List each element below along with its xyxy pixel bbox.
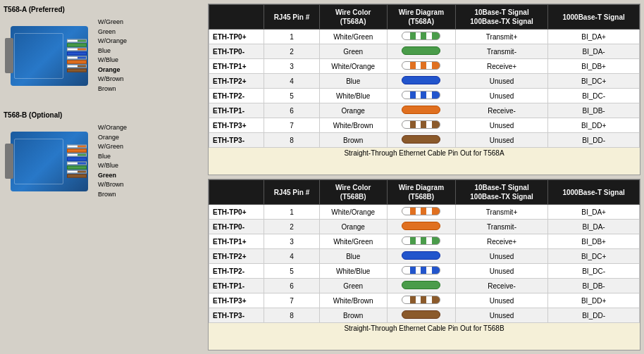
wire-diagram-white-orange (402, 61, 440, 70)
cell-pin: 6 (264, 279, 319, 293)
col-name-b (209, 180, 264, 205)
cell-signal1000: BI_DD+ (548, 293, 640, 308)
col-name-a (209, 5, 264, 30)
wire-slot-1 (67, 39, 87, 43)
cell-color: White/Brown (319, 118, 387, 133)
cell-diagram (387, 59, 455, 74)
wire-labels-b: W/Orange Orange W/Green Blue W/Blue Gree… (98, 123, 127, 199)
cable-section-b: T568-B (Optional) (4, 111, 204, 199)
col-color-b: Wire Color(T568B) (319, 180, 387, 205)
cell-name: ETH-TP0+ (209, 205, 264, 220)
b-wire-slot-5 (67, 162, 87, 165)
b-label-row-2: Orange (98, 133, 127, 143)
cell-signal: Transmit- (455, 220, 547, 234)
wire-diagram-white-brown (402, 296, 440, 304)
wire-diagram-brown (402, 310, 440, 319)
cell-signal: Receive- (455, 103, 547, 118)
caption-b: Straight-Through Ethernet Cable Pin Out … (209, 323, 640, 334)
b-label-row-7: W/Brown (98, 180, 127, 190)
cell-pin: 3 (264, 59, 319, 74)
wire-slot-6 (67, 61, 87, 64)
cell-signal1000: BI_DC+ (548, 74, 640, 89)
cell-name: ETH-TP3+ (209, 293, 264, 308)
cell-name: ETH-TP1+ (209, 59, 264, 74)
wire-slot-4 (67, 52, 87, 56)
cell-color: White/Orange (319, 205, 387, 220)
b-wire-slot-2 (67, 149, 87, 153)
small-connector-b (5, 144, 13, 179)
cell-name: ETH-TP0- (209, 220, 264, 234)
wire-diagram-green (402, 281, 440, 289)
wire-slot-2 (67, 44, 87, 47)
wire-labels-a: W/Green Green W/Orange Blue W/Blue Orang… (98, 18, 127, 94)
cable-diagram-a: W/Green Green W/Orange Blue W/Blue Orang… (4, 18, 127, 94)
cell-signal1000: BI_DB+ (548, 59, 640, 74)
col-pin-a: RJ45 Pin # (264, 5, 319, 30)
col-color-a: Wire Color(T568A) (319, 5, 387, 30)
label-row-8: Brown (98, 84, 127, 94)
cell-signal: Transmit- (455, 44, 547, 59)
cell-pin: 6 (264, 103, 319, 118)
b-label-row-6: Green (98, 171, 127, 181)
cell-color: White/Green (319, 234, 387, 249)
wire-slot-3 (67, 48, 87, 51)
cell-name: ETH-TP1- (209, 103, 264, 118)
cell-pin: 7 (264, 118, 319, 133)
label-row-6: Orange (98, 65, 127, 75)
cell-name: ETH-TP2- (209, 264, 264, 279)
wire-diagram-white-blue (402, 266, 440, 274)
cell-color: Brown (319, 133, 387, 148)
table-row: ETH-TP1+ 3 White/Green Receive+ BI_DB+ (209, 234, 640, 249)
cell-diagram (387, 89, 455, 103)
cell-diagram (387, 264, 455, 279)
b-wire-slot-3 (67, 153, 87, 157)
cell-name: ETH-TP1- (209, 279, 264, 293)
cell-color: Orange (319, 103, 387, 118)
cell-name: ETH-TP1+ (209, 234, 264, 249)
cell-signal1000: BI_DC- (548, 89, 640, 103)
col-pin-b: RJ45 Pin # (264, 180, 319, 205)
cell-signal1000: BI_DB- (548, 279, 640, 293)
table-a-header: RJ45 Pin # Wire Color(T568A) Wire Diagra… (209, 5, 640, 30)
cell-color: White/Brown (319, 293, 387, 308)
cell-diagram (387, 220, 455, 234)
connector-illustration-b (4, 128, 95, 195)
b-wire-slot-6 (67, 166, 87, 170)
cell-pin: 7 (264, 293, 319, 308)
cell-signal1000: BI_DB+ (548, 234, 640, 249)
cable-title-a: T568-A (Preferred) (4, 6, 65, 13)
cell-pin: 8 (264, 133, 319, 148)
left-panel: T568-A (Preferred) (0, 0, 208, 354)
table-row: ETH-TP2+ 4 Blue Unused BI_DC+ (209, 249, 640, 264)
table-row: ETH-TP1+ 3 White/Orange Receive+ BI_DB+ (209, 59, 640, 74)
cell-signal1000: BI_DA+ (548, 30, 640, 44)
cell-signal1000: BI_DB- (548, 103, 640, 118)
cell-diagram (387, 308, 455, 323)
cable-section-a: T568-A (Preferred) (4, 6, 204, 94)
cell-color: Green (319, 44, 387, 59)
cell-signal: Transmit+ (455, 205, 547, 220)
b-label-row-1: W/Orange (98, 123, 127, 133)
cell-signal: Unused (455, 89, 547, 103)
wire-slot-8 (67, 69, 87, 72)
b-wire-slot-4 (67, 158, 87, 161)
label-row-1: W/Green (98, 18, 127, 27)
wire-diagram-white-orange (402, 207, 440, 215)
cell-signal: Unused (455, 293, 547, 308)
cell-signal1000: BI_DD- (548, 308, 640, 323)
cell-signal1000: BI_DA- (548, 220, 640, 234)
label-row-4: Blue (98, 46, 127, 56)
table-row: ETH-TP0- 2 Orange Transmit- BI_DA- (209, 220, 640, 234)
cell-pin: 8 (264, 308, 319, 323)
label-row-2: Green (98, 27, 127, 37)
wire-diagram-orange (402, 222, 440, 230)
wire-slot-7 (67, 65, 87, 68)
cell-color: Blue (319, 74, 387, 89)
cell-color: Green (319, 279, 387, 293)
cell-name: ETH-TP2+ (209, 249, 264, 264)
table-row: ETH-TP1- 6 Green Receive- BI_DB- (209, 279, 640, 293)
wire-diagram-orange (402, 106, 440, 114)
cell-signal: Unused (455, 264, 547, 279)
wire-slot-5 (67, 56, 87, 60)
wire-diagram-blue (402, 76, 440, 84)
